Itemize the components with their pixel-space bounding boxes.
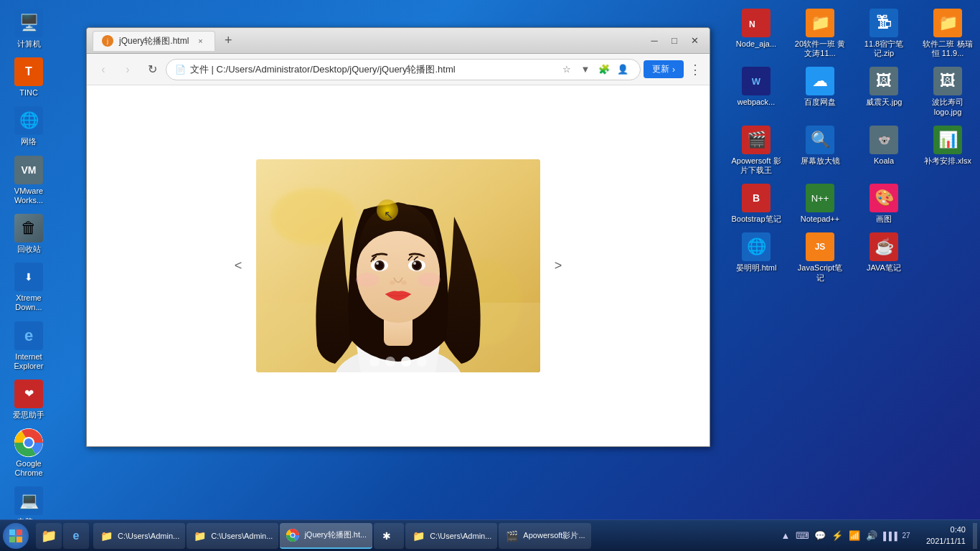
menu-button[interactable]: ⋮: [687, 61, 704, 78]
show-desktop-button[interactable]: [973, 523, 977, 549]
icon-label: 屏幕放大镜: [801, 156, 840, 166]
carousel-image: ↖: [256, 159, 540, 372]
tray-extra-icon[interactable]: 27: [899, 529, 913, 543]
desktop-icon-soft20[interactable]: 📁 20软件一班 黄文涛11...: [791, 6, 849, 61]
carousel-prev-button[interactable]: <: [227, 255, 249, 277]
tray-keyboard-icon[interactable]: ⌨: [796, 529, 810, 543]
clock[interactable]: 0:40 2021/11/11: [920, 524, 971, 547]
taskbar-item-explorer1[interactable]: 📁 C:\Users\Admin...: [93, 523, 185, 549]
desktop-icon-vmware[interactable]: VM VMware Works...: [3, 153, 55, 208]
tray-network-icon[interactable]: 📶: [847, 529, 862, 543]
bookmark-button[interactable]: ☆: [558, 61, 575, 78]
tray-chat-icon[interactable]: 💬: [813, 529, 827, 543]
url-text: 文件 | C:/Users/Administrator/Desktop/jQue…: [190, 63, 554, 76]
taskbar-item-explorer2[interactable]: 📁 C:\Users\Admin...: [187, 523, 278, 549]
desktop-icon-paint[interactable]: 🎨 画图: [855, 181, 913, 227]
icon-label: Koala: [874, 156, 894, 166]
tinc-icon: T: [14, 57, 43, 86]
forward-button[interactable]: ›: [117, 59, 138, 80]
apowersoft-icon: 🎬: [742, 126, 771, 154]
notepadpp-icon: N++: [806, 184, 834, 212]
desktop-icon-computer[interactable]: 🖥️ 计算机: [3, 6, 55, 52]
carousel-next-button[interactable]: >: [547, 255, 569, 277]
icon-label: Notepad++: [801, 215, 839, 224]
taskbar-item-explorer3[interactable]: 📁 C:\Users\Admin...: [405, 523, 497, 549]
desktop-icon-label: 回收站: [17, 245, 41, 254]
desktop-icon-aisi[interactable]: ❤ 爱思助手: [3, 377, 55, 423]
tab-close-button[interactable]: ×: [194, 35, 206, 47]
prev-icon: <: [235, 258, 242, 273]
filter-button[interactable]: ▼: [577, 61, 594, 78]
carousel-dot-2[interactable]: [385, 357, 395, 367]
desktop-icon-nodeaja[interactable]: N Node_aja...: [727, 6, 785, 61]
taskbar-item-chrome[interactable]: jQuery轮播图.ht...: [280, 523, 372, 549]
carousel-dot-3[interactable]: [401, 357, 411, 367]
desktop-icon-pingfang[interactable]: 🔍 屏幕放大镜: [791, 123, 849, 178]
vmware-icon: VM: [14, 156, 43, 184]
icon-label: 11.8宿宁笔记.zip: [858, 39, 910, 58]
desktop-icon-iexplorer[interactable]: e Internet Explorer: [3, 319, 55, 374]
desktop-icon-java[interactable]: ☕ JAVA笔记: [855, 230, 913, 285]
minimize-button[interactable]: ─: [645, 34, 664, 48]
icon-label: 20软件一班 黄文涛11...: [794, 39, 846, 58]
icon-label: 晏明明.html: [736, 263, 777, 273]
chrome-svg: [14, 428, 43, 457]
recycle-icon: 🗑: [14, 214, 43, 242]
desktop-icon-tinc[interactable]: T TINC: [3, 55, 55, 100]
update-button[interactable]: 更新 ›: [644, 60, 684, 78]
desktop-icon-bootstrap[interactable]: B Bootstrap笔记: [727, 181, 785, 227]
desktop-icon-buchang[interactable]: 📊 补考安排.xlsx: [919, 123, 976, 178]
back-button[interactable]: ‹: [93, 59, 114, 80]
desktop-icon-soft118[interactable]: 🗜 11.8宿宁笔记.zip: [855, 6, 913, 61]
reload-button[interactable]: ↻: [141, 59, 163, 80]
placeholder: [919, 181, 976, 227]
next-icon: >: [555, 258, 562, 273]
desktop-icon-javascript[interactable]: JS JavaScript笔记: [791, 230, 849, 285]
desktop-icon-notepadpp[interactable]: N++ Notepad++: [791, 181, 849, 227]
desktop-icon-baiduyun[interactable]: ☁ 百度网盘: [791, 64, 849, 119]
new-tab-button[interactable]: +: [218, 31, 238, 51]
extension-button[interactable]: 🧩: [595, 61, 613, 78]
desktop-icon-label: VMware Works...: [6, 187, 52, 205]
tray-bluetooth-icon[interactable]: ⚡: [830, 529, 844, 543]
taskbar-folder-icon-1: 📁: [99, 529, 113, 543]
desktop-icon-weitianshi[interactable]: 🖼 威震天.jpg: [855, 64, 913, 119]
desktop-icon-koala[interactable]: 🐨 Koala: [855, 123, 913, 178]
desktop-icon-label: TINC: [19, 88, 38, 98]
taskbar-item-label: C:\Users\Admin...: [211, 532, 273, 540]
desktop-icon-xtreme[interactable]: ⬇ Xtreme Down...: [3, 260, 55, 315]
desktop-icon-chrome[interactable]: Google Chrome: [3, 425, 55, 481]
soft20-icon: 📁: [806, 9, 834, 37]
browser-tab[interactable]: j jQuery轮播图.html ×: [93, 31, 215, 51]
tray-arrow-icon[interactable]: ▲: [778, 529, 793, 543]
address-bar[interactable]: 📄 文件 | C:/Users/Administrator/Desktop/jQ…: [166, 59, 641, 80]
maximize-button[interactable]: □: [665, 34, 684, 48]
start-button[interactable]: [3, 523, 29, 549]
desktop-icon-recycle[interactable]: 🗑 回收站: [3, 211, 55, 257]
desktop-icon-ruanjian[interactable]: 📁 软件二班 杨瑞恒 11.9...: [919, 6, 976, 61]
close-button[interactable]: ✕: [685, 34, 704, 48]
profile-button[interactable]: 👤: [614, 61, 631, 78]
taskbar-item-mystuff[interactable]: ✱: [374, 523, 404, 549]
desktop-icon-apowersoft[interactable]: 🎬 Apowersoft 影片下载王: [727, 123, 785, 178]
taskbar-item-apowersoft[interactable]: 🎬 Apowersoft影片...: [499, 523, 590, 549]
carousel-dot-1[interactable]: [369, 357, 380, 367]
taskbar-pin-folder[interactable]: 📁: [36, 523, 62, 549]
desktop-icon-network[interactable]: 🌐 网络: [3, 103, 55, 149]
taskbar-item-label: Apowersoft影片...: [523, 530, 585, 541]
tab-favicon: j: [102, 35, 113, 47]
tab-title: jQuery轮播图.html: [119, 35, 189, 47]
xtreme-icon: ⬇: [14, 263, 43, 291]
icon-label: 百度网盘: [804, 98, 836, 107]
taskbar-pin-ie[interactable]: e: [63, 523, 89, 549]
desktop-icon-yangmingming[interactable]: 🌐 晏明明.html: [727, 230, 785, 285]
carousel-dot-4[interactable]: [417, 357, 427, 367]
tray-signal-icon[interactable]: ▐▐▐: [882, 529, 896, 543]
desktop-icon-webpack[interactable]: W webpack...: [727, 64, 785, 119]
tray-volume-icon[interactable]: 🔊: [864, 529, 879, 543]
desktop-icons-right: N Node_aja... 📁 20软件一班 黄文涛11... 🗜 11.8宿宁…: [722, 0, 980, 291]
icon-label: JavaScript笔记: [794, 263, 846, 282]
desktop-icon-bobishow[interactable]: 🖼 波比寿司logo.jpg: [919, 64, 976, 119]
icon-label: Node_aja...: [736, 39, 776, 49]
paint-icon: 🎨: [870, 184, 898, 212]
